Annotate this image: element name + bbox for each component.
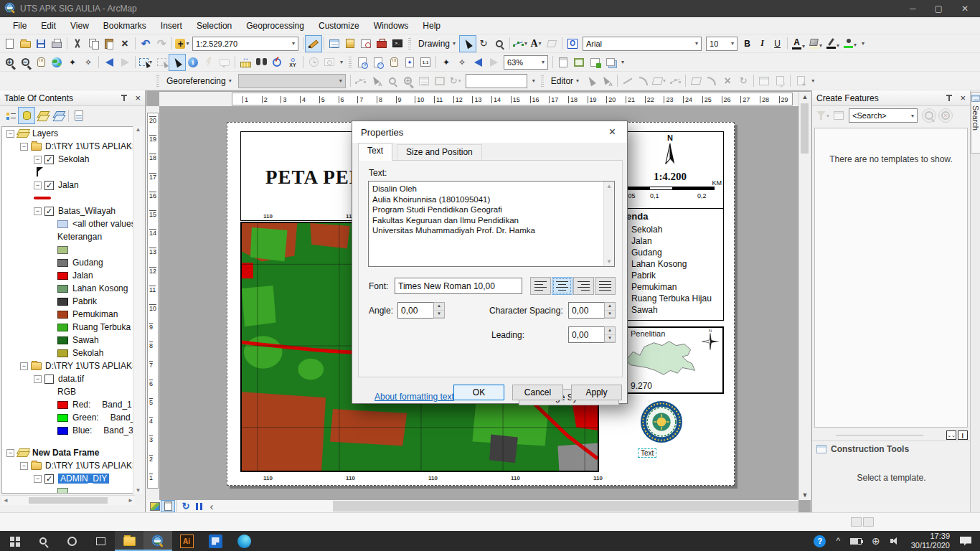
menu-view[interactable]: View	[63, 19, 96, 33]
measure-icon[interactable]	[237, 55, 253, 70]
toc-item-jalan[interactable]: Jalan	[2, 269, 134, 282]
catalog-window-icon[interactable]	[342, 36, 358, 52]
chevron-down-icon[interactable]: ▾	[539, 40, 542, 47]
search-window-icon[interactable]	[358, 36, 374, 52]
reshape-feature-tool-icon[interactable]	[704, 73, 720, 89]
tree-expander-icon[interactable]: −	[6, 449, 14, 457]
chevron-down-icon[interactable]: ▾	[453, 40, 456, 47]
toc-item-all-other-values[interactable]: <all other values>	[2, 217, 134, 230]
layout-fixed-zoom-in-icon[interactable]	[438, 55, 454, 70]
toc-item-green[interactable]: Green:Band_2	[2, 411, 134, 424]
layer-visibility-checkbox[interactable]	[44, 375, 54, 384]
tree-expander-icon[interactable]: −	[34, 182, 42, 189]
blue-app-button[interactable]	[201, 531, 230, 551]
char-spacing-spinner[interactable]: 0,00 ▲▼	[568, 302, 616, 319]
menu-bookmarks[interactable]: Bookmarks	[96, 19, 154, 33]
cancel-button[interactable]: Cancel	[512, 385, 563, 400]
time-slider-icon[interactable]	[306, 55, 321, 70]
tab-size-and-position[interactable]: Size and Position	[397, 144, 482, 160]
editor-sketch-tool-icon[interactable]	[306, 36, 321, 52]
close-button[interactable]: ✕	[961, 4, 969, 14]
toggle-draft-mode-icon[interactable]	[555, 55, 571, 70]
ok-button[interactable]: OK	[453, 385, 504, 400]
new-line-tool-icon[interactable]: ▾	[512, 36, 528, 52]
tree-expander-icon[interactable]: −	[6, 130, 14, 138]
new-text-tool-icon[interactable]: ▾	[528, 36, 544, 52]
chevron-down-icon[interactable]: ▾	[692, 40, 698, 47]
file-explorer-button[interactable]	[115, 531, 143, 551]
layer-visibility-checkbox[interactable]: ✓	[44, 474, 54, 484]
resize-handle-button[interactable]: ❙	[958, 430, 968, 440]
georeferencing-menu[interactable]: Georeferencing▾	[162, 75, 236, 88]
search-window-tab[interactable]: Search	[971, 92, 980, 154]
menu-windows[interactable]: Windows	[367, 19, 416, 33]
toc-item-admin-diy[interactable]: −✓ADMIN_DIY	[2, 472, 134, 485]
toc-item-pabrik[interactable]: Pabrik	[2, 295, 134, 308]
go-to-next-extent-icon[interactable]	[117, 55, 133, 70]
toolbar-options-icon[interactable]: ▾	[618, 59, 627, 65]
list-by-selection-icon[interactable]	[50, 108, 66, 123]
arcmap-taskbar-button[interactable]	[143, 531, 172, 551]
view-link-table-icon[interactable]	[416, 73, 432, 89]
toc-swatch-row[interactable]	[2, 485, 134, 494]
chevron-down-icon[interactable]: ▾	[576, 77, 579, 84]
chevron-down-icon[interactable]: ▾	[854, 42, 857, 48]
toc-symbol-flag[interactable]	[2, 166, 134, 179]
toc-item-rgb[interactable]: RGB	[2, 385, 134, 398]
chevron-down-icon[interactable]: ▾	[802, 43, 805, 50]
font-input[interactable]: Times New Roman 10,00	[395, 278, 522, 294]
toc-swatch-row[interactable]	[2, 243, 134, 256]
layout-vertical-scrollbar[interactable]: ▲▼	[798, 92, 811, 500]
font-combo[interactable]: Arial▾	[583, 37, 702, 51]
toc-item-jalan[interactable]: −✓Jalan	[2, 179, 134, 192]
text-value[interactable]: Disalin Oleh Aulia Khoirunnisa (18010950…	[372, 184, 601, 264]
change-layout-icon[interactable]	[587, 55, 603, 70]
chevron-down-icon[interactable]: ▾	[229, 77, 232, 84]
focus-data-frame-icon[interactable]	[571, 55, 587, 70]
paste-icon[interactable]	[101, 36, 117, 52]
cut-polygons-tool-icon[interactable]	[688, 73, 704, 89]
menu-edit[interactable]: Edit	[34, 19, 63, 33]
dialog-title-bar[interactable]: Properties ×	[352, 121, 627, 143]
pan-icon[interactable]	[33, 55, 49, 70]
layout-go-back-extent-icon[interactable]	[470, 55, 486, 70]
edit-annotation-tool-icon[interactable]	[599, 73, 615, 89]
auto-registration-icon[interactable]	[369, 73, 385, 89]
full-extent-icon[interactable]	[49, 55, 65, 70]
zoom-100-percent-icon[interactable]	[418, 55, 433, 70]
task-view-button[interactable]	[86, 531, 115, 551]
template-search-combo[interactable]: <Search>▾	[849, 108, 918, 123]
toc-item-data-tif[interactable]: −data.tif	[2, 372, 134, 385]
straight-segment-tool-icon[interactable]	[620, 73, 636, 89]
pause-drawing[interactable]	[192, 501, 205, 512]
chevron-down-icon[interactable]: ▾	[524, 40, 527, 47]
rotate-element-icon[interactable]	[476, 36, 491, 52]
filter-templates-button[interactable]: ▾	[815, 108, 831, 123]
align-left-button[interactable]	[530, 277, 551, 295]
text-symbol-button-icon[interactable]	[565, 36, 580, 52]
layer-visibility-checkbox[interactable]: ✓	[44, 181, 54, 190]
menu-geoprocessing[interactable]: Geoprocessing	[239, 19, 311, 33]
north-scale-box[interactable]: N 1:4.200 KM 0,050,10,2	[616, 131, 724, 209]
toc-item-batas-wilayah[interactable]: −✓Batas_Wilayah	[2, 204, 134, 217]
about-formatting-text-link[interactable]: About formatting text	[374, 392, 454, 402]
hyperlink-icon[interactable]	[217, 55, 232, 70]
python-window-icon[interactable]	[390, 36, 405, 52]
html-popup-icon[interactable]	[201, 55, 217, 70]
layout-horizontal-scrollbar[interactable]	[333, 501, 798, 512]
select-elements-tool-icon[interactable]	[169, 55, 185, 70]
angle-spinner[interactable]: 0,00 ▲▼	[397, 302, 445, 319]
endpoint-arc-tool-icon[interactable]	[636, 73, 651, 89]
toolbar-options-icon[interactable]: ▾	[529, 77, 538, 84]
close-panel-icon[interactable]: ×	[135, 95, 141, 102]
point-snap-tool-icon[interactable]	[667, 73, 683, 89]
arctoolbox-window-icon[interactable]	[374, 36, 390, 52]
create-viewer-window-icon[interactable]	[321, 55, 337, 70]
chevron-down-icon[interactable]: ▾	[663, 77, 666, 84]
zoom-to-selected-link-icon[interactable]	[400, 73, 416, 89]
open-document-icon[interactable]	[17, 36, 33, 52]
toc-item-blue[interactable]: Blue:Band_3	[2, 424, 134, 437]
taskbar-search-button[interactable]	[29, 531, 57, 551]
layout-zoom-combo[interactable]: 63%▾	[504, 55, 548, 70]
bold-button[interactable]: B	[740, 36, 755, 51]
